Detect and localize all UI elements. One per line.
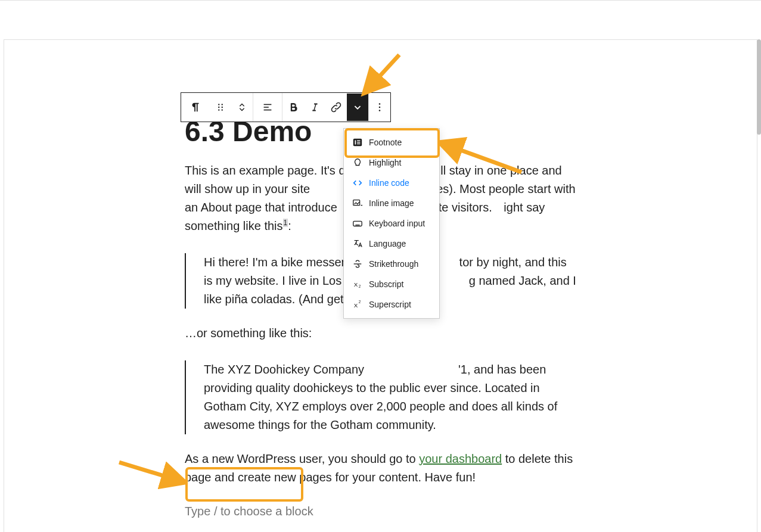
- label: Keyboard input: [369, 219, 425, 228]
- link-button[interactable]: [325, 94, 347, 121]
- highlight-icon: [352, 157, 363, 168]
- dashboard-link[interactable]: your dashboard: [419, 452, 502, 465]
- block-toolbar: [181, 92, 391, 122]
- superscript-icon: X2: [352, 299, 363, 310]
- svg-point-4: [218, 109, 219, 110]
- svg-text:X: X: [354, 281, 358, 288]
- label: Inline image: [369, 198, 414, 208]
- label: Strikethrough: [369, 259, 418, 269]
- strikethrough-icon: [352, 259, 363, 269]
- svg-text:X: X: [354, 302, 358, 309]
- dropdown-keyboard-input[interactable]: Keyboard input: [344, 213, 439, 234]
- text: Hi there! I'm a bike messenger: [204, 256, 365, 269]
- more-rich-text-button[interactable]: [347, 94, 368, 121]
- paragraph-mid[interactable]: …or something like this:: [185, 324, 578, 343]
- svg-text:2: 2: [359, 284, 361, 288]
- subscript-icon: X2: [352, 279, 363, 290]
- dropdown-language[interactable]: Language: [344, 234, 439, 254]
- text: The XYZ Doohickey Company: [204, 363, 364, 376]
- svg-point-0: [218, 104, 219, 105]
- text: :: [288, 219, 291, 232]
- dropdown-strikethrough[interactable]: Strikethrough: [344, 254, 439, 274]
- rich-text-dropdown: Footnote Highlight Inline code Inline im…: [343, 128, 440, 319]
- code-icon: [352, 178, 363, 188]
- scrollbar[interactable]: [757, 39, 761, 135]
- move-handles-icon[interactable]: [231, 94, 253, 121]
- text: This is an example page. It's differ: [185, 164, 365, 177]
- dropdown-superscript[interactable]: X2 Superscript: [344, 294, 439, 315]
- footnote-ref[interactable]: 1: [283, 219, 288, 227]
- svg-point-5: [222, 109, 223, 110]
- block-placeholder[interactable]: Type / to choose a block: [185, 505, 578, 518]
- svg-point-3: [222, 107, 223, 108]
- svg-rect-14: [357, 140, 360, 141]
- text: As a new WordPress user, you should go t…: [185, 452, 419, 465]
- paragraph-last[interactable]: As a new WordPress user, you should go t…: [185, 450, 578, 487]
- svg-point-11: [379, 110, 381, 111]
- svg-text:2: 2: [359, 300, 361, 304]
- dropdown-footnote[interactable]: Footnote: [344, 132, 439, 153]
- italic-button[interactable]: [304, 94, 325, 121]
- svg-point-1: [222, 104, 223, 105]
- keyboard-icon: [352, 218, 363, 229]
- image-icon: [352, 198, 363, 209]
- label: Subscript: [369, 279, 403, 289]
- dropdown-highlight[interactable]: Highlight: [344, 153, 439, 173]
- label: Footnote: [369, 138, 402, 147]
- options-button[interactable]: [369, 94, 390, 121]
- label: Language: [369, 239, 406, 248]
- footnote-icon: [352, 137, 363, 148]
- align-button[interactable]: [253, 94, 282, 121]
- drag-handle-icon[interactable]: [210, 94, 231, 121]
- label: Superscript: [369, 300, 411, 309]
- blockquote-2[interactable]: The XYZ Doohickey Company'1, and has bee…: [185, 360, 578, 434]
- svg-point-10: [379, 107, 381, 108]
- dropdown-subscript[interactable]: X2 Subscript: [344, 274, 439, 294]
- label: Inline code: [369, 178, 409, 188]
- dropdown-inline-code[interactable]: Inline code: [344, 173, 439, 193]
- language-icon: [352, 238, 363, 249]
- paragraph-block-icon[interactable]: [181, 94, 210, 121]
- svg-rect-16: [357, 144, 360, 144]
- svg-point-2: [218, 107, 219, 108]
- bold-button[interactable]: [282, 94, 304, 121]
- svg-rect-15: [357, 142, 360, 142]
- svg-point-9: [379, 103, 381, 105]
- label: Highlight: [369, 158, 401, 167]
- dropdown-inline-image[interactable]: Inline image: [344, 193, 439, 213]
- svg-rect-13: [355, 140, 356, 144]
